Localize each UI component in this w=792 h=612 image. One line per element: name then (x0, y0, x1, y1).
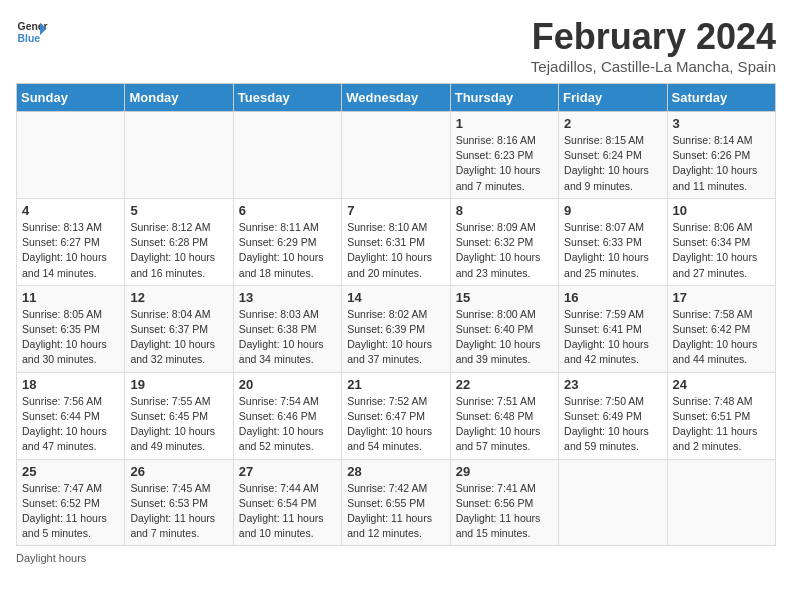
cell-info: Sunrise: 8:05 AM Sunset: 6:35 PM Dayligh… (22, 307, 119, 368)
day-number: 1 (456, 116, 553, 131)
cell-info: Sunrise: 8:00 AM Sunset: 6:40 PM Dayligh… (456, 307, 553, 368)
cell-info: Sunrise: 7:55 AM Sunset: 6:45 PM Dayligh… (130, 394, 227, 455)
col-header-friday: Friday (559, 84, 667, 112)
calendar-cell: 10Sunrise: 8:06 AM Sunset: 6:34 PM Dayli… (667, 198, 775, 285)
day-number: 19 (130, 377, 227, 392)
title-block: February 2024 Tejadillos, Castille-La Ma… (531, 16, 776, 75)
calendar-cell: 27Sunrise: 7:44 AM Sunset: 6:54 PM Dayli… (233, 459, 341, 546)
location-title: Tejadillos, Castille-La Mancha, Spain (531, 58, 776, 75)
day-number: 10 (673, 203, 770, 218)
calendar-cell: 18Sunrise: 7:56 AM Sunset: 6:44 PM Dayli… (17, 372, 125, 459)
cell-info: Sunrise: 7:45 AM Sunset: 6:53 PM Dayligh… (130, 481, 227, 542)
col-header-thursday: Thursday (450, 84, 558, 112)
day-number: 28 (347, 464, 444, 479)
day-number: 15 (456, 290, 553, 305)
footer-label: Daylight hours (16, 552, 86, 564)
day-number: 21 (347, 377, 444, 392)
week-row-4: 18Sunrise: 7:56 AM Sunset: 6:44 PM Dayli… (17, 372, 776, 459)
calendar-cell: 29Sunrise: 7:41 AM Sunset: 6:56 PM Dayli… (450, 459, 558, 546)
cell-info: Sunrise: 8:15 AM Sunset: 6:24 PM Dayligh… (564, 133, 661, 194)
footer: Daylight hours (16, 552, 776, 564)
day-number: 23 (564, 377, 661, 392)
day-number: 20 (239, 377, 336, 392)
day-number: 13 (239, 290, 336, 305)
day-number: 7 (347, 203, 444, 218)
svg-text:Blue: Blue (18, 33, 41, 44)
cell-info: Sunrise: 8:16 AM Sunset: 6:23 PM Dayligh… (456, 133, 553, 194)
day-number: 11 (22, 290, 119, 305)
day-number: 24 (673, 377, 770, 392)
cell-info: Sunrise: 7:52 AM Sunset: 6:47 PM Dayligh… (347, 394, 444, 455)
calendar-cell: 3Sunrise: 8:14 AM Sunset: 6:26 PM Daylig… (667, 112, 775, 199)
week-row-1: 1Sunrise: 8:16 AM Sunset: 6:23 PM Daylig… (17, 112, 776, 199)
day-number: 17 (673, 290, 770, 305)
day-number: 8 (456, 203, 553, 218)
col-header-tuesday: Tuesday (233, 84, 341, 112)
calendar-cell: 24Sunrise: 7:48 AM Sunset: 6:51 PM Dayli… (667, 372, 775, 459)
day-number: 27 (239, 464, 336, 479)
cell-info: Sunrise: 8:10 AM Sunset: 6:31 PM Dayligh… (347, 220, 444, 281)
calendar-cell: 17Sunrise: 7:58 AM Sunset: 6:42 PM Dayli… (667, 285, 775, 372)
calendar-cell: 28Sunrise: 7:42 AM Sunset: 6:55 PM Dayli… (342, 459, 450, 546)
cell-info: Sunrise: 8:02 AM Sunset: 6:39 PM Dayligh… (347, 307, 444, 368)
calendar-cell: 21Sunrise: 7:52 AM Sunset: 6:47 PM Dayli… (342, 372, 450, 459)
calendar-cell: 20Sunrise: 7:54 AM Sunset: 6:46 PM Dayli… (233, 372, 341, 459)
calendar-cell: 26Sunrise: 7:45 AM Sunset: 6:53 PM Dayli… (125, 459, 233, 546)
col-header-monday: Monday (125, 84, 233, 112)
day-number: 29 (456, 464, 553, 479)
day-number: 9 (564, 203, 661, 218)
cell-info: Sunrise: 7:42 AM Sunset: 6:55 PM Dayligh… (347, 481, 444, 542)
calendar-cell: 16Sunrise: 7:59 AM Sunset: 6:41 PM Dayli… (559, 285, 667, 372)
calendar-cell: 12Sunrise: 8:04 AM Sunset: 6:37 PM Dayli… (125, 285, 233, 372)
calendar-cell: 1Sunrise: 8:16 AM Sunset: 6:23 PM Daylig… (450, 112, 558, 199)
header-row: SundayMondayTuesdayWednesdayThursdayFrid… (17, 84, 776, 112)
cell-info: Sunrise: 8:03 AM Sunset: 6:38 PM Dayligh… (239, 307, 336, 368)
calendar-cell: 22Sunrise: 7:51 AM Sunset: 6:48 PM Dayli… (450, 372, 558, 459)
calendar-cell: 6Sunrise: 8:11 AM Sunset: 6:29 PM Daylig… (233, 198, 341, 285)
calendar-cell: 11Sunrise: 8:05 AM Sunset: 6:35 PM Dayli… (17, 285, 125, 372)
cell-info: Sunrise: 7:54 AM Sunset: 6:46 PM Dayligh… (239, 394, 336, 455)
cell-info: Sunrise: 7:41 AM Sunset: 6:56 PM Dayligh… (456, 481, 553, 542)
month-title: February 2024 (531, 16, 776, 58)
cell-info: Sunrise: 8:13 AM Sunset: 6:27 PM Dayligh… (22, 220, 119, 281)
cell-info: Sunrise: 8:04 AM Sunset: 6:37 PM Dayligh… (130, 307, 227, 368)
logo-icon: General Blue (16, 16, 48, 48)
cell-info: Sunrise: 7:44 AM Sunset: 6:54 PM Dayligh… (239, 481, 336, 542)
calendar-cell: 2Sunrise: 8:15 AM Sunset: 6:24 PM Daylig… (559, 112, 667, 199)
calendar-cell: 15Sunrise: 8:00 AM Sunset: 6:40 PM Dayli… (450, 285, 558, 372)
week-row-2: 4Sunrise: 8:13 AM Sunset: 6:27 PM Daylig… (17, 198, 776, 285)
cell-info: Sunrise: 7:47 AM Sunset: 6:52 PM Dayligh… (22, 481, 119, 542)
calendar-cell (17, 112, 125, 199)
calendar-table: SundayMondayTuesdayWednesdayThursdayFrid… (16, 83, 776, 546)
logo: General Blue (16, 16, 48, 48)
calendar-cell (342, 112, 450, 199)
calendar-cell: 9Sunrise: 8:07 AM Sunset: 6:33 PM Daylig… (559, 198, 667, 285)
day-number: 5 (130, 203, 227, 218)
day-number: 4 (22, 203, 119, 218)
week-row-5: 25Sunrise: 7:47 AM Sunset: 6:52 PM Dayli… (17, 459, 776, 546)
day-number: 12 (130, 290, 227, 305)
week-row-3: 11Sunrise: 8:05 AM Sunset: 6:35 PM Dayli… (17, 285, 776, 372)
calendar-cell: 23Sunrise: 7:50 AM Sunset: 6:49 PM Dayli… (559, 372, 667, 459)
day-number: 2 (564, 116, 661, 131)
calendar-cell: 13Sunrise: 8:03 AM Sunset: 6:38 PM Dayli… (233, 285, 341, 372)
cell-info: Sunrise: 7:50 AM Sunset: 6:49 PM Dayligh… (564, 394, 661, 455)
day-number: 3 (673, 116, 770, 131)
day-number: 22 (456, 377, 553, 392)
cell-info: Sunrise: 7:51 AM Sunset: 6:48 PM Dayligh… (456, 394, 553, 455)
calendar-cell: 4Sunrise: 8:13 AM Sunset: 6:27 PM Daylig… (17, 198, 125, 285)
calendar-cell (233, 112, 341, 199)
day-number: 14 (347, 290, 444, 305)
col-header-sunday: Sunday (17, 84, 125, 112)
col-header-wednesday: Wednesday (342, 84, 450, 112)
day-number: 16 (564, 290, 661, 305)
calendar-cell (125, 112, 233, 199)
day-number: 26 (130, 464, 227, 479)
cell-info: Sunrise: 8:07 AM Sunset: 6:33 PM Dayligh… (564, 220, 661, 281)
calendar-cell: 19Sunrise: 7:55 AM Sunset: 6:45 PM Dayli… (125, 372, 233, 459)
calendar-cell: 14Sunrise: 8:02 AM Sunset: 6:39 PM Dayli… (342, 285, 450, 372)
day-number: 18 (22, 377, 119, 392)
calendar-cell (559, 459, 667, 546)
cell-info: Sunrise: 7:56 AM Sunset: 6:44 PM Dayligh… (22, 394, 119, 455)
day-number: 25 (22, 464, 119, 479)
